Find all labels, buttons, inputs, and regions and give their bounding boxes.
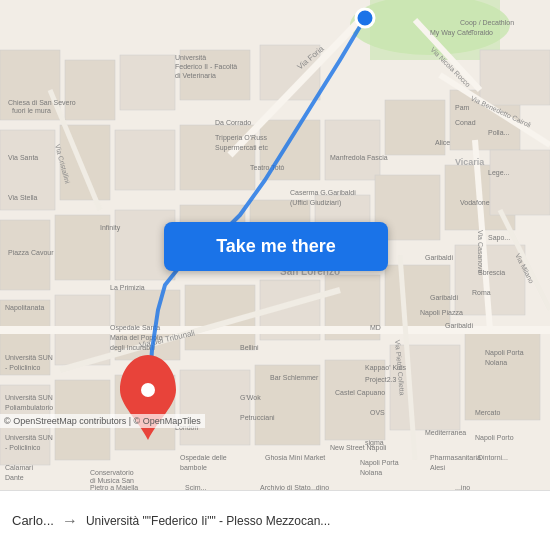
svg-text:Dintorni...: Dintorni... (478, 454, 508, 461)
svg-text:Lege...: Lege... (488, 169, 509, 177)
svg-text:Alice: Alice (435, 139, 450, 146)
bottom-navigation-bar: Carlo... → Università ""Federico Ii"" - … (0, 490, 550, 550)
svg-text:Napolitanata: Napolitanata (5, 304, 44, 312)
svg-text:fuori le mura: fuori le mura (12, 107, 51, 114)
svg-text:Petrucciani: Petrucciani (240, 414, 275, 421)
svg-text:bambole: bambole (180, 464, 207, 471)
svg-text:Castel Capuano: Castel Capuano (335, 389, 385, 397)
svg-text:Napoli Porto: Napoli Porto (475, 434, 514, 442)
svg-text:Mercato: Mercato (475, 409, 500, 416)
svg-text:Coop / Decathlon: Coop / Decathlon (460, 19, 514, 27)
svg-text:Manfredola Fascia: Manfredola Fascia (330, 154, 388, 161)
svg-text:Vicaria: Vicaria (455, 157, 485, 167)
origin-label: Carlo... (12, 513, 54, 528)
svg-text:Via Casanova: Via Casanova (477, 230, 484, 274)
svg-text:Conservatorio: Conservatorio (90, 469, 134, 476)
svg-text:Infinity: Infinity (100, 224, 121, 232)
svg-rect-25 (490, 150, 550, 215)
svg-text:Pharmasanitaria: Pharmasanitaria (430, 454, 481, 461)
svg-text:Università SUN: Università SUN (5, 354, 53, 361)
svg-rect-4 (65, 60, 115, 120)
svg-text:(Uffici Giudiziari): (Uffici Giudiziari) (290, 199, 341, 207)
svg-text:New Street Napoli: New Street Napoli (330, 444, 387, 452)
svg-text:My Way Cafe: My Way Cafe (430, 29, 472, 37)
svg-text:Via Santa: Via Santa (8, 154, 38, 161)
svg-text:Kappao' Kids: Kappao' Kids (365, 364, 407, 372)
svg-text:Alesi: Alesi (430, 464, 446, 471)
arrow-right-icon: → (62, 512, 78, 530)
svg-rect-16 (480, 50, 550, 105)
svg-text:Da Corrado: Da Corrado (215, 119, 251, 126)
svg-rect-39 (325, 360, 385, 440)
svg-text:Supermercati etc: Supermercati etc (215, 144, 268, 152)
destination-label: Università ""Federico Ii"" - Plesso Mezz… (86, 514, 538, 528)
svg-rect-14 (385, 100, 445, 155)
svg-text:Piazza Cavour: Piazza Cavour (8, 249, 54, 256)
svg-rect-37 (180, 370, 250, 445)
map-attribution: © OpenStreetMap contributors | © OpenMap… (0, 414, 205, 428)
svg-rect-10 (115, 130, 175, 190)
svg-point-140 (356, 9, 374, 27)
svg-text:Chiesa di San Severo: Chiesa di San Severo (8, 99, 76, 106)
svg-text:Tripperia O'Russ: Tripperia O'Russ (215, 134, 268, 142)
svg-text:Conad: Conad (455, 119, 476, 126)
svg-text:Nolana: Nolana (485, 359, 507, 366)
svg-text:di Musica San: di Musica San (90, 477, 134, 484)
svg-text:Mediterranea: Mediterranea (425, 429, 466, 436)
svg-rect-5 (120, 55, 175, 110)
svg-text:Garibaldi: Garibaldi (445, 322, 473, 329)
svg-text:Pam: Pam (455, 104, 470, 111)
svg-text:Sapo...: Sapo... (488, 234, 510, 242)
svg-text:Vodafone: Vodafone (460, 199, 490, 206)
svg-text:Università: Università (175, 54, 206, 61)
svg-text:Università SUN: Università SUN (5, 394, 53, 401)
svg-text:Via Stella: Via Stella (8, 194, 38, 201)
svg-text:Nolana: Nolana (360, 469, 382, 476)
svg-text:Project2.3: Project2.3 (365, 376, 397, 384)
svg-text:Dante: Dante (5, 474, 24, 481)
svg-text:MD: MD (370, 324, 381, 331)
svg-text:Poliambulatorio: Poliambulatorio (5, 404, 53, 411)
svg-text:Polla...: Polla... (488, 129, 509, 136)
svg-text:di Veterinaria: di Veterinaria (175, 72, 216, 79)
svg-text:Garibaldi: Garibaldi (430, 294, 458, 301)
svg-text:Napoli Piazza: Napoli Piazza (420, 309, 463, 317)
svg-text:Bar Schlemmer: Bar Schlemmer (270, 374, 319, 381)
svg-text:Garibaldi: Garibaldi (425, 254, 453, 261)
take-me-there-button[interactable]: Take me there (164, 222, 388, 271)
svg-text:G'Wok: G'Wok (240, 394, 261, 401)
svg-text:- Policlinico: - Policlinico (5, 444, 41, 451)
svg-text:Federico II - Facoltà: Federico II - Facoltà (175, 63, 237, 70)
svg-text:Università SUN: Università SUN (5, 434, 53, 441)
svg-text:Ospedale delle: Ospedale delle (180, 454, 227, 462)
svg-text:Ospedale Santa: Ospedale Santa (110, 324, 160, 332)
svg-text:Napoli Porta: Napoli Porta (485, 349, 524, 357)
svg-text:Caserma G.Garibaldi: Caserma G.Garibaldi (290, 189, 356, 196)
svg-text:- Policlinico: - Policlinico (5, 364, 41, 371)
svg-text:Roma: Roma (472, 289, 491, 296)
svg-text:La Primizia: La Primizia (110, 284, 145, 291)
map-container: Via Foria Via Nicola Rocco Via Benedetto… (0, 0, 550, 490)
svg-rect-13 (325, 120, 380, 180)
svg-text:Bellini: Bellini (240, 344, 259, 351)
svg-rect-41 (465, 330, 540, 420)
svg-text:Sbrescia: Sbrescia (478, 269, 505, 276)
svg-text:Napoli Porta: Napoli Porta (360, 459, 399, 467)
svg-text:Toraldo: Toraldo (470, 29, 493, 36)
svg-point-141 (141, 383, 155, 397)
svg-text:Calamari: Calamari (5, 464, 33, 471)
svg-text:Ghosia Mini Market: Ghosia Mini Market (265, 454, 325, 461)
svg-text:Teatro Totò: Teatro Totò (250, 164, 285, 171)
svg-text:OVS: OVS (370, 409, 385, 416)
svg-text:degli Incurabili: degli Incurabili (110, 344, 155, 352)
